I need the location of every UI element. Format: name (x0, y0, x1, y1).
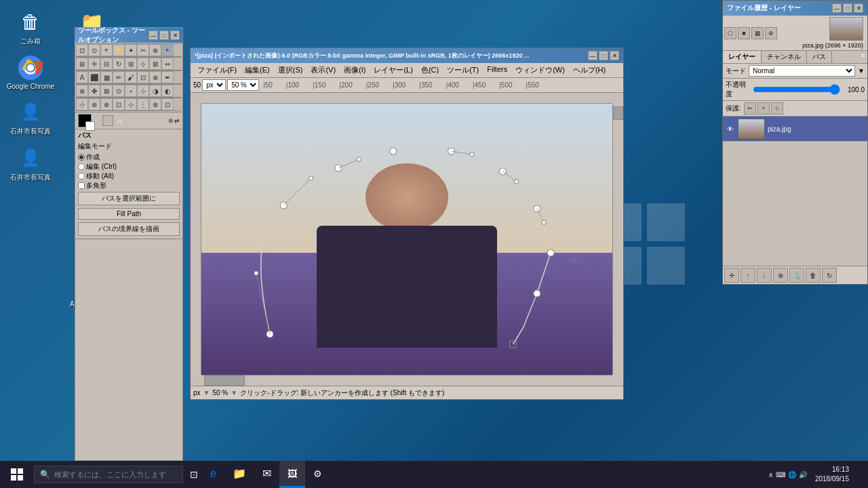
tool-blend[interactable]: ▦ (100, 71, 113, 83)
menu-image[interactable]: 画像(I) (340, 64, 370, 76)
tool-bucket[interactable]: ⬛ (88, 71, 100, 83)
unit-select[interactable]: px (202, 79, 226, 91)
show-hidden-icon[interactable]: ∧ (768, 471, 773, 479)
layers-icon-btn2[interactable]: ■ (738, 27, 750, 39)
menu-filters[interactable]: Filters (483, 64, 511, 76)
menu-layer[interactable]: レイヤー(L) (370, 64, 416, 76)
tab-paths[interactable]: パス (807, 51, 832, 63)
tool-blur[interactable]: ⊙ (113, 85, 125, 97)
taskbar-mail[interactable]: ✉ (254, 461, 279, 488)
tool-flip[interactable]: ⇔ (161, 58, 174, 70)
mode-create-label[interactable]: 作成 (78, 152, 180, 162)
tool-scale[interactable]: ⊞ (125, 58, 137, 70)
layers-raise-btn[interactable]: ↑ (741, 268, 755, 283)
menu-file[interactable]: ファイル(F) (193, 64, 241, 76)
mode-create-radio[interactable] (78, 154, 85, 161)
mode-move-radio[interactable] (78, 173, 85, 180)
layers-close-btn[interactable]: ✕ (854, 3, 863, 13)
tool-align[interactable]: ⊞ (76, 58, 88, 70)
tab-channels[interactable]: チャンネル (762, 51, 807, 63)
tool-extra4[interactable]: ⊗ (149, 98, 161, 110)
mode-dropdown[interactable]: Normal (749, 65, 855, 77)
desktop-icon-trash[interactable]: 🗑 ごみ箱 (3, 5, 58, 49)
tool-dodge[interactable]: ◑ (149, 85, 161, 97)
menu-tools[interactable]: ツール(T) (443, 64, 483, 76)
taskbar-edge[interactable]: e (202, 461, 224, 488)
layers-new-layer-btn[interactable]: ✛ (724, 268, 739, 283)
desktop-icon-photo1[interactable]: 👤 石井市長写真 (3, 96, 58, 139)
zoom-select[interactable]: 50 % (227, 79, 259, 91)
layers-icon-btn4[interactable]: ⊕ (765, 27, 777, 39)
protect-pixels-btn[interactable]: ✏ (744, 102, 756, 115)
taskbar-clock[interactable]: 16:13 2018/09/15 (810, 465, 854, 484)
tool-fuzzy-select[interactable]: ⚡ (113, 44, 125, 56)
start-button[interactable] (0, 461, 34, 488)
fill-path-btn[interactable]: Fill Path (78, 208, 180, 220)
tool-select-by-color[interactable]: ✦ (125, 44, 137, 56)
tool-color-picker[interactable]: ⊕ (88, 98, 100, 110)
taskbar-search[interactable]: 🔍 検索するには、ここに入力します (34, 466, 183, 483)
tool-free-select[interactable]: ⌖ (100, 44, 113, 56)
protect-alpha-btn[interactable]: + (757, 102, 770, 115)
tool-airbrush[interactable]: ⊕ (149, 71, 161, 83)
volume-icon[interactable]: 🔊 (799, 471, 807, 479)
tool-crop[interactable]: ⊟ (100, 58, 113, 70)
layers-minimize-btn[interactable]: — (832, 3, 842, 13)
menu-help[interactable]: ヘルプ(H) (569, 64, 610, 76)
foreground-color[interactable] (78, 114, 92, 127)
taskview-icon[interactable]: ⊡ (186, 466, 202, 483)
gradient-icon[interactable]: ⊹ (115, 115, 125, 126)
tool-ink[interactable]: ✒ (161, 71, 174, 83)
desktop-icon-photo2[interactable]: 👤 石井市長写真 (3, 142, 58, 185)
polygon-label[interactable]: 多角形 (78, 181, 180, 190)
tool-extra2[interactable]: ⊹ (125, 98, 137, 110)
menu-view[interactable]: 表示(V) (307, 64, 340, 76)
gimp-maximize-btn[interactable]: □ (599, 51, 608, 60)
tool-extra5[interactable]: ⊡ (161, 98, 174, 110)
tool-scissors[interactable]: ✂ (137, 44, 149, 56)
polygon-checkbox[interactable] (78, 182, 85, 189)
gimp-minimize-btn[interactable]: — (588, 51, 597, 60)
desktop-icon-chrome[interactable]: Google Chrome (3, 52, 58, 93)
layer-item[interactable]: 👁 piza.jpg (723, 117, 867, 142)
taskbar-gimp[interactable]: 🖼 (279, 461, 305, 488)
opacity-slider[interactable] (753, 85, 840, 94)
layers-icon-btn3[interactable]: ▦ (751, 27, 764, 39)
protect-position-btn[interactable]: ⊹ (771, 102, 783, 115)
tool-smudge[interactable]: ⊹ (137, 85, 149, 97)
mode-move-label[interactable]: 移動 (Alt) (78, 171, 180, 181)
network-icon[interactable]: 🌐 (788, 471, 796, 479)
tool-move[interactable]: ✛ (88, 58, 100, 70)
tool-burn[interactable]: ◐ (161, 85, 174, 97)
layers-tab-options[interactable]: ≡ (859, 51, 867, 63)
layer-visibility-icon[interactable]: 👁 (726, 124, 735, 134)
menu-color[interactable]: 色(C) (417, 64, 443, 76)
tool-measure[interactable]: ⊹ (76, 98, 88, 110)
layers-maximize-btn[interactable]: □ (843, 3, 852, 13)
tool-ellipse-select[interactable]: ⊙ (88, 44, 100, 56)
toolbox-minimize-btn[interactable]: — (149, 30, 158, 40)
menu-select[interactable]: 選択(S) (274, 64, 307, 76)
tool-pencil[interactable]: ✏ (113, 71, 125, 83)
canvas-scroll-area[interactable]: ⊹ (201, 104, 612, 375)
gimp-close-btn[interactable]: ✕ (610, 51, 619, 60)
path-to-selection-btn[interactable]: パスを選択範囲に (78, 192, 180, 205)
layers-lower-btn[interactable]: ↓ (757, 268, 772, 283)
tool-text[interactable]: A (76, 71, 88, 83)
show-desktop-btn[interactable] (854, 461, 868, 488)
reset-colors-icon[interactable]: ⊕ (168, 117, 174, 124)
layers-refresh-btn[interactable]: ↻ (822, 268, 837, 283)
tool-extra3[interactable]: ⋮ (137, 98, 149, 110)
taskbar-explorer[interactable]: 📁 (224, 461, 254, 488)
tool-clone[interactable]: ⊕ (76, 85, 88, 97)
stroke-path-btn[interactable]: パスの境界線を描画 (78, 222, 180, 236)
toolbox-maximize-btn[interactable]: □ (159, 30, 169, 40)
tool-magnify[interactable]: ⊕ (100, 98, 113, 110)
tool-paintbrush[interactable]: 🖌 (125, 71, 137, 83)
mode-edit-label[interactable]: 編集 (Ctrl) (78, 162, 180, 171)
tool-perspective[interactable]: ⊠ (149, 58, 161, 70)
layers-icon-btn1[interactable]: ⬡ (724, 27, 736, 39)
tool-heal[interactable]: ✤ (88, 85, 100, 97)
scroll-bottom[interactable] (201, 375, 612, 386)
menu-windows[interactable]: ウィンドウ(W) (511, 64, 569, 76)
